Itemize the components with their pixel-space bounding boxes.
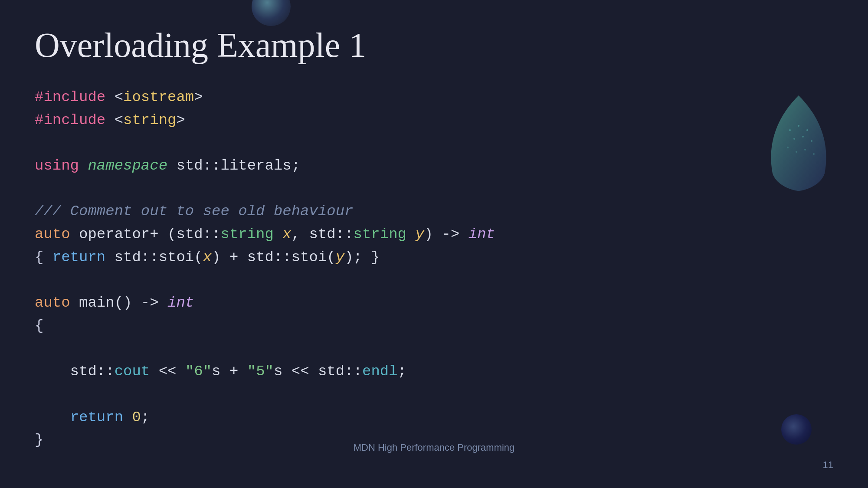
code-empty-5 xyxy=(35,383,833,406)
code-line-operator: auto operator+ (std::string x, std::stri… xyxy=(35,223,833,246)
code-line-using: using namespace std::literals; xyxy=(35,154,833,177)
svg-point-1 xyxy=(798,125,799,127)
code-block: #include <iostream> #include <string> us… xyxy=(35,86,833,452)
code-line-cout: std::cout << "6"s + "5"s << std::endl; xyxy=(35,360,833,383)
svg-point-8 xyxy=(804,149,806,151)
deco-circle-bottom-right xyxy=(781,414,812,445)
svg-point-6 xyxy=(787,147,789,148)
code-line-main: auto main() -> int xyxy=(35,291,833,314)
svg-point-3 xyxy=(793,138,795,140)
slide: Overloading Example 1 #include <iostream… xyxy=(0,0,868,488)
footer: MDN High Performance Programming 11 xyxy=(0,459,868,471)
code-line-include1: #include <iostream> xyxy=(35,86,833,109)
footer-center: MDN High Performance Programming xyxy=(354,442,515,453)
code-line-include2: #include <string> xyxy=(35,109,833,132)
svg-point-7 xyxy=(796,151,797,153)
svg-point-9 xyxy=(813,153,815,155)
svg-point-5 xyxy=(811,140,812,142)
svg-point-2 xyxy=(806,129,808,131)
code-line-return: return 0; xyxy=(35,406,833,429)
deco-shape-right xyxy=(764,95,833,191)
deco-circle-top xyxy=(252,0,291,26)
slide-title: Overloading Example 1 xyxy=(35,26,833,64)
code-empty-4 xyxy=(35,337,833,360)
code-line-operator-body: { return std::stoi(x) + std::stoi(y); } xyxy=(35,246,833,269)
svg-point-4 xyxy=(802,136,804,138)
footer-page-number: 11 xyxy=(823,459,833,471)
svg-point-0 xyxy=(789,129,791,131)
code-empty-1 xyxy=(35,131,833,154)
code-empty-2 xyxy=(35,177,833,200)
code-line-comment: /// Comment out to see old behaviour xyxy=(35,200,833,223)
code-empty-3 xyxy=(35,269,833,292)
code-line-open-brace: { xyxy=(35,314,833,337)
